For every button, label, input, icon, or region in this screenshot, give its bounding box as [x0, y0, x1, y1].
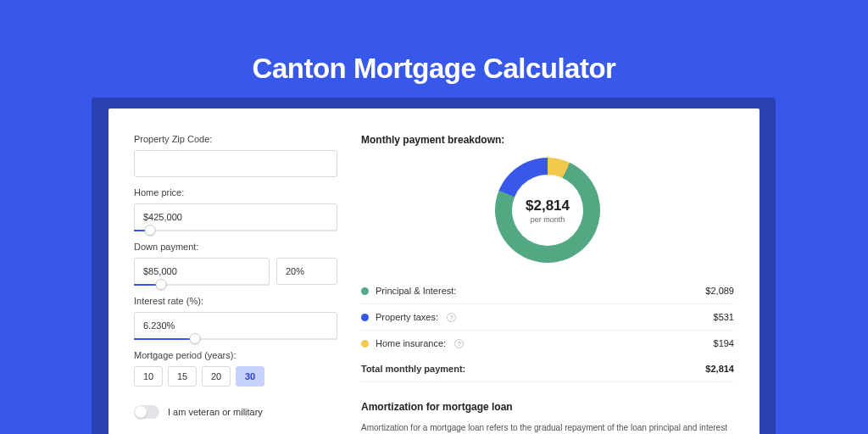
home-price-label: Home price: — [134, 187, 337, 198]
breakdown-column: Monthly payment breakdown: $2,814 per mo… — [361, 132, 734, 434]
breakdown-label: Principal & Interest: — [376, 286, 456, 296]
interest-rate-input[interactable] — [134, 312, 337, 339]
down-payment-slider[interactable] — [134, 284, 270, 286]
total-label: Total monthly payment: — [361, 364, 465, 374]
interest-rate-label: Interest rate (%): — [134, 296, 337, 306]
donut-amount: $2,814 — [526, 198, 570, 214]
help-icon[interactable]: ? — [454, 339, 464, 348]
help-icon[interactable]: ? — [447, 313, 456, 322]
amortization-body: Amortization for a mortgage loan refers … — [361, 421, 734, 434]
breakdown-label: Property taxes: — [376, 312, 438, 322]
interest-rate-slider[interactable] — [134, 338, 337, 340]
down-payment-pct-input[interactable] — [276, 258, 337, 285]
slider-thumb[interactable] — [156, 279, 167, 290]
home-price-input[interactable] — [134, 203, 337, 231]
page-title: Canton Mortgage Calculator — [0, 53, 868, 85]
legend-dot — [361, 340, 369, 348]
breakdown-label: Home insurance: — [376, 338, 446, 348]
donut-chart: $2,814 per month — [495, 158, 600, 263]
down-payment-input[interactable] — [134, 258, 270, 285]
breakdown-value: $531 — [714, 312, 734, 322]
toggle-knob — [135, 406, 147, 418]
period-label: Mortgage period (years): — [134, 350, 337, 360]
calculator-card: Property Zip Code: Home price: Down paym… — [108, 108, 760, 434]
legend-dot — [361, 287, 369, 295]
slider-thumb[interactable] — [190, 333, 201, 344]
legend-dot — [361, 314, 369, 321]
zip-label: Property Zip Code: — [134, 134, 337, 144]
breakdown-value: $2,089 — [705, 286, 734, 296]
slider-thumb[interactable] — [145, 225, 156, 236]
breakdown-row: Property taxes:?$531 — [361, 304, 734, 331]
period-option-30[interactable]: 30 — [236, 366, 264, 387]
period-option-10[interactable]: 10 — [134, 366, 163, 387]
veteran-toggle[interactable] — [134, 405, 159, 419]
breakdown-row: Principal & Interest:$2,089 — [361, 278, 734, 304]
breakdown-row: Home insurance:?$194 — [361, 331, 734, 356]
amortization-title: Amortization for mortgage loan — [361, 401, 734, 413]
period-option-15[interactable]: 15 — [168, 366, 197, 387]
period-options: 10152030 — [134, 366, 337, 387]
down-payment-label: Down payment: — [134, 242, 337, 252]
veteran-label: I am veteran or military — [168, 407, 263, 417]
donut-sub: per month — [531, 215, 565, 224]
donut-center: $2,814 per month — [512, 175, 583, 246]
total-value: $2,814 — [705, 364, 734, 374]
period-option-20[interactable]: 20 — [202, 366, 231, 387]
zip-input[interactable] — [134, 150, 337, 177]
breakdown-value: $194 — [714, 338, 734, 348]
breakdown-title: Monthly payment breakdown: — [361, 134, 734, 146]
form-column: Property Zip Code: Home price: Down paym… — [134, 132, 337, 434]
total-row: Total monthly payment: $2,814 — [361, 356, 734, 382]
home-price-slider[interactable] — [134, 230, 337, 231]
